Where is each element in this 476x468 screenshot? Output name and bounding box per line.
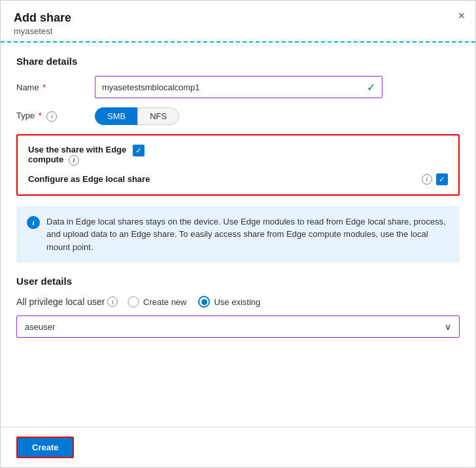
create-new-radio[interactable] xyxy=(128,296,139,308)
privilege-label-area: All privilege local user i xyxy=(16,297,128,307)
nfs-toggle[interactable]: NFS xyxy=(137,107,179,125)
share-details-title: Share details xyxy=(16,56,460,67)
info-box: i Data in Edge local shares stays on the… xyxy=(16,206,460,263)
edge-compute-info-icon[interactable]: i xyxy=(69,155,79,166)
dialog-subtitle: myasetest xyxy=(14,26,462,36)
selected-user-value: aseuser xyxy=(25,322,55,332)
edge-local-checkbox[interactable]: ✓ xyxy=(436,173,448,185)
edge-compute-row: Use the share with Edge compute i ✓ xyxy=(28,145,448,166)
dialog-body: Share details Name * myasetestsmblocalco… xyxy=(1,43,475,427)
edge-compute-label-line2: compute i xyxy=(28,154,126,166)
valid-icon: ✓ xyxy=(367,81,375,94)
add-share-dialog: Add share myasetest × Share details Name… xyxy=(0,0,476,468)
dropdown-arrow-icon: ∨ xyxy=(445,321,451,332)
privilege-label: All privilege local user xyxy=(16,297,105,307)
use-existing-label: Use existing xyxy=(214,297,260,307)
use-existing-radio[interactable] xyxy=(198,296,210,308)
type-toggle-group: SMB NFS xyxy=(95,107,460,125)
privilege-info-icon[interactable]: i xyxy=(107,297,118,307)
name-label: Name * xyxy=(16,82,95,92)
info-box-icon: i xyxy=(27,216,40,229)
privilege-row: All privilege local user i Create new U xyxy=(16,296,460,308)
dialog-header: Add share myasetest × xyxy=(1,1,475,43)
edge-compute-section: Use the share with Edge compute i ✓ Conf… xyxy=(16,134,460,196)
close-button[interactable]: × xyxy=(458,10,465,22)
edge-compute-label-wrap: Use the share with Edge compute i xyxy=(28,145,126,166)
edge-compute-checkbox[interactable]: ✓ xyxy=(133,145,144,156)
radio-inner-dot xyxy=(201,299,207,305)
edge-local-info-icon[interactable]: i xyxy=(422,174,432,185)
user-details-title: User details xyxy=(16,276,460,287)
radio-group: Create new Use existing xyxy=(128,296,460,308)
edge-local-row: Configure as Edge local share i ✓ xyxy=(28,173,448,185)
edge-compute-label-line1: Use the share with Edge xyxy=(28,145,126,154)
dialog-footer: Create xyxy=(1,427,475,467)
edge-local-label: Configure as Edge local share xyxy=(28,174,419,184)
name-row: Name * myasetestsmblocalcomp1 ✓ xyxy=(16,76,460,98)
use-existing-option[interactable]: Use existing xyxy=(198,296,260,308)
dialog-title: Add share xyxy=(14,11,462,25)
create-new-label: Create new xyxy=(143,297,186,307)
type-info-icon[interactable]: i xyxy=(46,111,57,122)
type-label: Type * i xyxy=(16,111,95,122)
type-row: Type * i SMB NFS xyxy=(16,107,460,125)
user-select-dropdown[interactable]: aseuser ∨ xyxy=(16,315,460,338)
create-new-option[interactable]: Create new xyxy=(128,296,186,308)
create-button[interactable]: Create xyxy=(16,437,74,458)
smb-toggle[interactable]: SMB xyxy=(95,107,137,125)
user-details-section: User details All privilege local user i … xyxy=(16,276,460,338)
info-box-text: Data in Edge local shares stays on the d… xyxy=(46,215,449,254)
name-input[interactable]: myasetestsmblocalcomp1 ✓ xyxy=(95,76,382,98)
